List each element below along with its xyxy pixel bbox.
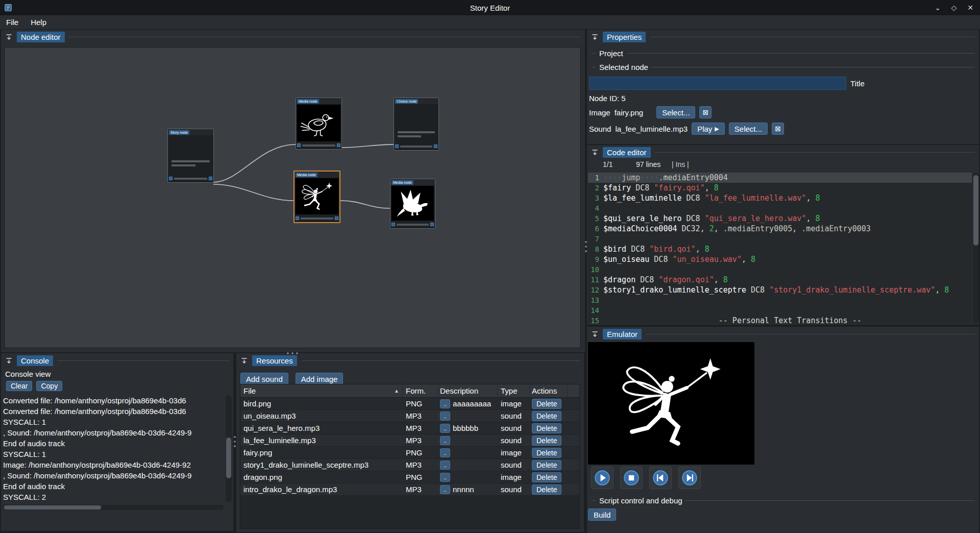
scrollbar-thumb[interactable] [226, 438, 231, 478]
sound-select-button[interactable]: Select... [729, 123, 768, 135]
code-line[interactable]: 11$dragon DC8 "dragon.qoi", 8 [588, 275, 972, 285]
sound-clear-button[interactable]: ⊠ [772, 123, 784, 135]
delete-button[interactable]: Delete [532, 411, 561, 421]
previous-button[interactable] [649, 467, 672, 489]
table-row[interactable]: qui_sera_le_hero.mp3MP3..bbbbbbsoundDele… [240, 422, 579, 434]
column-header-description[interactable]: Description [438, 384, 498, 397]
minimize-button[interactable]: ⌄ [931, 1, 944, 14]
delete-button[interactable]: Delete [532, 423, 561, 433]
edit-description-button[interactable]: .. [440, 411, 450, 421]
edit-description-button[interactable]: .. [440, 448, 450, 457]
collapse-icon[interactable] [591, 330, 599, 338]
node-output-port[interactable] [337, 143, 340, 147]
node-output-port[interactable] [209, 177, 212, 180]
node-input-port[interactable] [296, 216, 299, 220]
console-log[interactable]: Converted file: /home/anthony/ostproj/ba… [3, 395, 225, 503]
collapse-icon[interactable] [5, 357, 13, 365]
delete-button[interactable]: Delete [532, 484, 561, 495]
table-row[interactable]: story1_drako_luminelle_sceptre.mp3MP3..s… [240, 459, 579, 471]
edit-description-button[interactable]: .. [440, 461, 450, 470]
title-label: Title [850, 79, 865, 88]
collapse-icon[interactable] [591, 33, 599, 41]
column-header-type[interactable]: Type [498, 384, 530, 397]
graph-node-dragon[interactable]: Media node [390, 179, 435, 229]
delete-button[interactable]: Delete [532, 472, 561, 482]
code-line[interactable]: 9$un_oiseau DC8 "un_oiseau.wav", 8 [588, 254, 972, 264]
collapse-icon[interactable] [240, 357, 248, 365]
edit-description-button[interactable]: .. [440, 436, 450, 445]
graph-node-bird[interactable]: Media node [296, 98, 342, 150]
scrollbar-thumb[interactable] [973, 175, 978, 246]
edit-description-button[interactable]: .. [440, 399, 450, 408]
code-line[interactable]: 6$mediaChoice0004 DC32, 2, .mediaEntry00… [588, 224, 972, 234]
clear-button[interactable]: Clear [6, 381, 32, 391]
maximize-button[interactable]: ◇ [947, 1, 961, 14]
node-input-port[interactable] [391, 223, 395, 226]
splitter-handle[interactable] [286, 352, 299, 354]
console-title: Console [17, 355, 53, 366]
code-line[interactable]: 7 [588, 234, 972, 244]
menu-file[interactable]: File [0, 15, 24, 30]
graph-node-story[interactable]: Story node [167, 129, 214, 183]
node-input-port[interactable] [297, 143, 301, 147]
next-button[interactable] [678, 467, 701, 489]
code-line[interactable]: 12$story1_drako_luminelle_sceptre DC8 "s… [588, 285, 972, 295]
copy-button[interactable]: Copy [36, 381, 62, 391]
table-row[interactable]: bird.pngPNG..aaaaaaaaaimageDelete [240, 398, 579, 410]
code-line[interactable]: 10 [588, 264, 972, 275]
code-line[interactable]: 5$qui_sera_le_hero DC8 "qui_sera_le_hero… [588, 213, 972, 224]
console-horizontal-scrollbar[interactable] [3, 505, 224, 510]
code-line[interactable]: 1····jump····.mediaEntry0004 [588, 173, 972, 183]
node-canvas[interactable]: Story node Media node [4, 47, 581, 348]
column-header-actions[interactable]: Actions [530, 384, 568, 397]
code-line[interactable]: 4 [588, 203, 972, 213]
console-vertical-scrollbar[interactable] [226, 395, 232, 502]
node-output-port[interactable] [335, 216, 338, 220]
table-row[interactable]: la_fee_luminelle.mp3MP3..soundDelete [240, 434, 579, 447]
table-row[interactable]: fairy.pngPNG..imageDelete [240, 447, 579, 459]
table-row[interactable]: intro_drako_le_dragon.mp3MP3..nnnnnsound… [240, 483, 579, 496]
code-line[interactable]: 13 [588, 295, 972, 305]
delete-button[interactable]: Delete [532, 399, 561, 409]
delete-button[interactable]: Delete [532, 435, 561, 446]
delete-button[interactable]: Delete [532, 448, 561, 458]
add-image-button[interactable]: Add image [296, 373, 344, 385]
code-vertical-scrollbar[interactable] [973, 173, 979, 324]
edit-description-button[interactable]: .. [440, 473, 450, 482]
image-clear-button[interactable]: ⊠ [699, 106, 712, 118]
delete-button[interactable]: Delete [532, 460, 561, 470]
code-line[interactable]: 15 -- Personal Text Transitions -- [588, 316, 972, 324]
splitter-handle[interactable] [585, 240, 587, 253]
node-output-port[interactable] [430, 223, 434, 226]
collapse-icon[interactable] [5, 33, 13, 41]
add-sound-button[interactable]: Add sound [240, 373, 288, 385]
collapse-icon[interactable] [591, 149, 599, 156]
edit-description-button[interactable]: .. [440, 485, 450, 494]
graph-node-choice[interactable]: Choice node [394, 98, 439, 151]
scrollbar-thumb[interactable] [4, 505, 101, 510]
node-input-port[interactable] [169, 177, 173, 180]
node-output-port[interactable] [434, 144, 437, 148]
code-line[interactable]: 14 [588, 305, 972, 316]
image-select-button[interactable]: Select... [656, 106, 695, 118]
table-row[interactable]: un_oiseau.mp3MP3..soundDelete [240, 410, 579, 422]
menu-help[interactable]: Help [24, 15, 53, 30]
play-button[interactable] [591, 467, 614, 489]
code-line[interactable]: 2$fairy DC8 "fairy.qoi", 8 [588, 183, 972, 193]
column-header-file[interactable]: File▲ [240, 384, 403, 397]
table-row[interactable]: dragon.pngPNG..imageDelete [240, 471, 579, 483]
build-button[interactable]: Build [588, 508, 616, 521]
graph-node-fairy[interactable]: Media node [293, 171, 340, 223]
stop-button[interactable] [620, 467, 643, 489]
code-editor-area[interactable]: 1····jump····.mediaEntry00042$fairy DC8 … [588, 173, 972, 324]
edit-description-button[interactable]: .. [440, 424, 450, 433]
node-input-port[interactable] [395, 144, 399, 148]
close-button[interactable]: ✕ [964, 1, 977, 14]
code-line[interactable]: 3$la_fee_luminelle DC8 "la_fee_luminelle… [588, 193, 972, 203]
line-number: 7 [588, 234, 603, 244]
splitter-handle[interactable] [234, 435, 236, 448]
code-line[interactable]: 8$bird DC8 "bird.qoi", 8 [588, 244, 972, 254]
column-header-format[interactable]: Form. [403, 384, 438, 397]
sound-play-button[interactable]: Play▶ [692, 123, 725, 135]
title-input[interactable] [589, 77, 846, 90]
